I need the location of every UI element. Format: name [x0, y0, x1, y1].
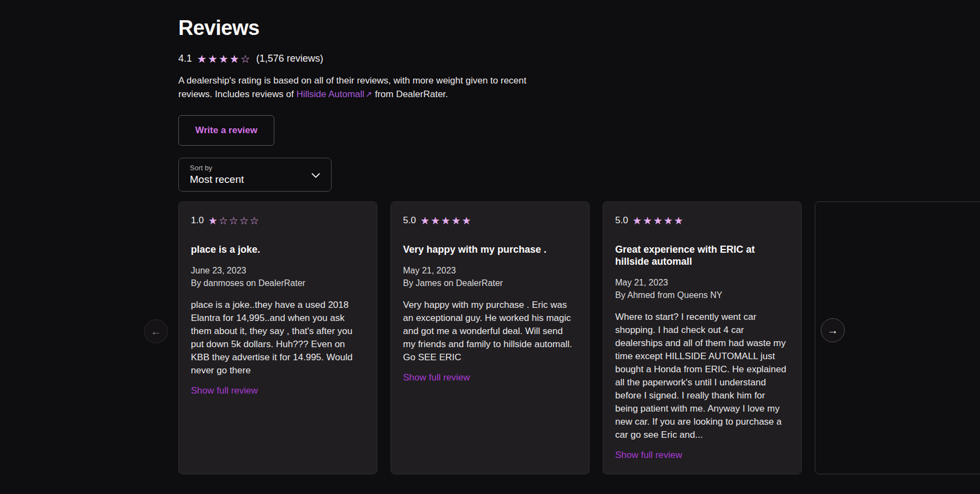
review-cards-row: 1.0 ★☆☆☆☆ place is a joke. June 23, 2023…: [178, 201, 980, 474]
arrow-right-icon: →: [827, 324, 838, 337]
arrow-left-icon: ←: [151, 325, 161, 338]
review-title: place is a joke.: [191, 243, 365, 255]
review-date: May 21, 2023: [615, 276, 789, 289]
review-card: 5.0 ★★★★★ Very happy with my purchase . …: [390, 201, 590, 474]
review-byline: By danmoses on DealerRater: [191, 277, 365, 289]
star-rating-icons: ★☆☆☆☆: [208, 216, 260, 226]
review-count: (1,576 reviews): [256, 53, 323, 64]
page-title: Reviews: [178, 16, 980, 40]
sort-dropdown[interactable]: Sort by Most recent: [178, 158, 332, 192]
rating-description: A dealership's rating is based on all of…: [178, 74, 539, 101]
show-full-review-link[interactable]: Show full review: [191, 385, 258, 396]
card-rating-value: 5.0: [403, 215, 416, 226]
rating-description-text-2: from DealerRater.: [372, 89, 448, 99]
star-rating-icons: ★★★★★: [633, 216, 684, 226]
review-body: Where to start? I recently went car shop…: [615, 311, 789, 442]
card-rating-value: 5.0: [615, 215, 628, 226]
card-rating-value: 1.0: [191, 215, 204, 226]
hillside-automall-link[interactable]: Hillside Automall↗: [296, 89, 372, 99]
review-date: May 21, 2023: [403, 264, 577, 277]
carousel-next-button[interactable]: →: [821, 318, 845, 342]
overall-rating-row: 4.1 ★★★★☆ (1,576 reviews): [178, 53, 980, 64]
show-full-review-link[interactable]: Show full review: [615, 450, 682, 461]
review-byline: By James on DealerRater: [403, 277, 577, 289]
review-date: June 23, 2023: [191, 264, 365, 277]
reviews-carousel: 1.0 ★☆☆☆☆ place is a joke. June 23, 2023…: [0, 201, 980, 474]
star-rating-icons: ★★★★★: [420, 216, 472, 226]
card-rating-row: 1.0 ★☆☆☆☆: [191, 215, 365, 226]
review-body: Very happy with my purchase . Eric was a…: [403, 299, 577, 364]
sort-dropdown-value: Most recent: [190, 174, 307, 186]
review-title: Very happy with my purchase .: [403, 243, 577, 255]
hillside-automall-link-label: Hillside Automall: [296, 89, 364, 99]
chevron-down-icon: [311, 171, 320, 181]
review-meta: May 21, 2023 By James on DealerRater: [403, 264, 577, 289]
overall-rating-value: 4.1: [178, 53, 192, 64]
star-rating-icons: ★★★★☆: [197, 53, 251, 64]
review-body: place is a joke..they have a used 2018 E…: [191, 299, 365, 377]
show-full-review-link[interactable]: Show full review: [403, 372, 470, 383]
carousel-prev-button[interactable]: ←: [144, 319, 168, 343]
reviews-section: Reviews 4.1 ★★★★☆ (1,576 reviews) A deal…: [0, 0, 980, 494]
review-meta: May 21, 2023 By Ahmed from Queens NY: [615, 276, 789, 301]
card-rating-row: 5.0 ★★★★★: [403, 215, 577, 226]
review-byline: By Ahmed from Queens NY: [615, 289, 789, 301]
write-review-button[interactable]: Write a review: [178, 115, 274, 146]
review-title: Great experience with ERIC at hillside a…: [615, 243, 789, 267]
external-link-icon: ↗: [365, 90, 372, 99]
review-card: 1.0 ★☆☆☆☆ place is a joke. June 23, 2023…: [178, 201, 377, 474]
card-rating-row: 5.0 ★★★★★: [615, 215, 789, 226]
reviews-header: Reviews 4.1 ★★★★☆ (1,576 reviews) A deal…: [0, 0, 980, 192]
review-card: 5.0 ★★★★★ Great experience with ERIC at …: [603, 201, 802, 474]
review-meta: June 23, 2023 By danmoses on DealerRater: [191, 264, 365, 289]
sort-dropdown-label: Sort by: [190, 164, 307, 172]
